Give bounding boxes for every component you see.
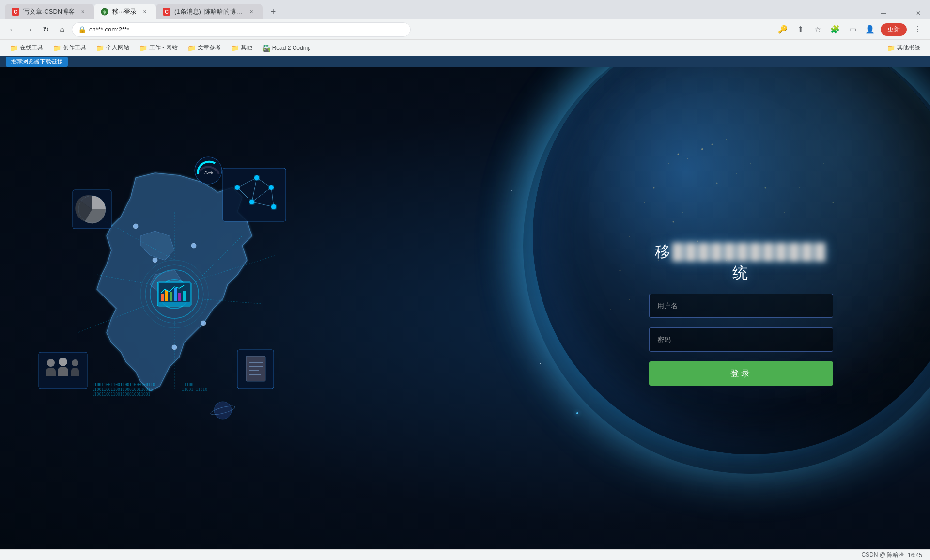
address-bar[interactable]: 🔒 ch***.com:2*** bbox=[72, 22, 411, 37]
svg-point-20 bbox=[620, 270, 621, 271]
tab-3-close[interactable]: × bbox=[247, 7, 256, 16]
svg-point-14 bbox=[629, 236, 630, 237]
minimize-button[interactable]: — bbox=[877, 9, 890, 17]
update-button[interactable]: 更新 bbox=[881, 23, 907, 36]
tab-2-close[interactable]: × bbox=[140, 7, 149, 16]
bookmark-label: Road 2 Coding bbox=[272, 45, 311, 51]
svg-point-75 bbox=[214, 402, 232, 419]
status-bar: CSDN @ 陈哈哈 16:45 bbox=[0, 549, 930, 560]
bookmark-article-ref[interactable]: 📁 文章参考 bbox=[184, 42, 225, 53]
password-input[interactable] bbox=[649, 327, 833, 352]
nav-right-buttons: 🔑 ⬆ ☆ 🧩 ▭ 👤 更新 ⋮ bbox=[776, 23, 924, 36]
svg-point-21 bbox=[799, 187, 800, 188]
address-text: ch***.com:2*** bbox=[89, 26, 404, 33]
svg-rect-70 bbox=[246, 356, 265, 381]
menu-icon[interactable]: ⋮ bbox=[911, 23, 924, 36]
bookmark-personal-site[interactable]: 📁 个人网站 bbox=[92, 42, 133, 53]
svg-point-3 bbox=[668, 163, 669, 164]
folder-icon: 📁 bbox=[187, 44, 196, 52]
svg-point-1 bbox=[678, 154, 679, 155]
svg-point-81 bbox=[201, 321, 206, 326]
bookmark-label: 文章参考 bbox=[198, 44, 221, 52]
svg-rect-36 bbox=[170, 292, 172, 301]
bookmark-online-tools[interactable]: 📁 在线工具 bbox=[6, 42, 47, 53]
new-tab-button[interactable]: + bbox=[265, 4, 281, 19]
svg-point-68 bbox=[72, 359, 78, 366]
svg-point-11 bbox=[682, 212, 683, 213]
maximize-button[interactable]: ☐ bbox=[894, 9, 908, 17]
map-area: 75% bbox=[0, 67, 363, 560]
home-button[interactable]: ⌂ bbox=[55, 23, 69, 36]
svg-point-66 bbox=[47, 359, 55, 367]
tab-3-title: (1条消息)_陈哈哈的博客_CSDN bbox=[174, 7, 243, 16]
svg-point-79 bbox=[191, 243, 196, 248]
svg-point-24 bbox=[610, 309, 611, 310]
username-input[interactable] bbox=[649, 294, 833, 318]
svg-point-23 bbox=[833, 202, 834, 203]
info-bar: 推荐浏览器下载链接 bbox=[0, 56, 930, 67]
svg-text:1100: 1100 bbox=[184, 383, 193, 387]
tab-2-favicon bbox=[101, 8, 108, 16]
extension-icon[interactable]: 🧩 bbox=[828, 23, 842, 36]
svg-text:11001 11010: 11001 11010 bbox=[182, 388, 207, 392]
tab-2-title: 移···登录 bbox=[112, 7, 137, 16]
folder-icon: 📁 bbox=[96, 44, 104, 52]
tab-3[interactable]: C (1条消息)_陈哈哈的博客_CSDN × bbox=[156, 4, 263, 19]
bookmark-label: 工作 - 网站 bbox=[149, 44, 178, 52]
bookmark-road2coding[interactable]: 🛣️ Road 2 Coding bbox=[258, 43, 315, 53]
bookmark-work-website[interactable]: 📁 工作 - 网站 bbox=[135, 42, 182, 53]
bookmark-label: 创作工具 bbox=[63, 44, 86, 52]
svg-point-2 bbox=[687, 158, 688, 159]
title-bar: C 写文章-CSDN博客 × 移···登录 × C (1条消息)_陈哈哈的博客_… bbox=[0, 0, 930, 19]
page-content: 75% bbox=[0, 67, 930, 560]
tab-1[interactable]: C 写文章-CSDN博客 × bbox=[5, 4, 94, 19]
svg-point-25 bbox=[629, 299, 630, 300]
svg-point-78 bbox=[153, 258, 157, 263]
login-title: 移████████████统 bbox=[649, 241, 833, 284]
svg-point-58 bbox=[235, 185, 240, 190]
bookmark-other[interactable]: 📁 其他 bbox=[227, 42, 256, 53]
svg-point-9 bbox=[736, 173, 737, 174]
svg-point-61 bbox=[249, 200, 254, 204]
tab-2[interactable]: 移···登录 × bbox=[94, 4, 156, 19]
svg-point-62 bbox=[271, 204, 276, 209]
refresh-button[interactable]: ↻ bbox=[39, 23, 52, 36]
split-view-icon[interactable]: ▭ bbox=[846, 23, 859, 36]
svg-point-4 bbox=[701, 148, 703, 150]
folder-icon: 📁 bbox=[10, 44, 18, 52]
svg-point-67 bbox=[59, 358, 67, 366]
svg-text:110011001100110011000100110: 110011001100110011000100110 bbox=[92, 383, 155, 387]
svg-point-6 bbox=[726, 139, 727, 140]
svg-text:75%: 75% bbox=[204, 170, 213, 175]
svg-point-16 bbox=[775, 154, 775, 155]
svg-point-10 bbox=[716, 183, 718, 184]
folder-icon: 📁 bbox=[887, 44, 895, 52]
download-link-button[interactable]: 推荐浏览器下载链接 bbox=[6, 57, 68, 67]
svg-rect-34 bbox=[161, 294, 164, 301]
title-blurred: ████████████ bbox=[672, 243, 827, 261]
svg-point-60 bbox=[269, 185, 274, 190]
browser-chrome: C 写文章-CSDN博客 × 移···登录 × C (1条消息)_陈哈哈的博客_… bbox=[0, 0, 930, 56]
tab-1-close[interactable]: × bbox=[78, 7, 87, 16]
svg-point-7 bbox=[653, 187, 655, 189]
login-button[interactable]: 登录 bbox=[649, 361, 833, 386]
key-icon[interactable]: 🔑 bbox=[776, 23, 790, 36]
bookmark-label: 在线工具 bbox=[20, 44, 43, 52]
share-icon[interactable]: ⬆ bbox=[793, 23, 807, 36]
svg-text:11001100110011000100110011: 11001100110011000100110011 bbox=[92, 388, 153, 392]
star-icon[interactable]: ☆ bbox=[811, 23, 824, 36]
profile-icon[interactable]: 👤 bbox=[863, 23, 877, 36]
bookmark-other-bookmarks[interactable]: 📁 其他书签 bbox=[883, 42, 924, 53]
bookmarks-bar: 📁 在线工具 📁 创作工具 📁 个人网站 📁 工作 - 网站 📁 文章参考 📁 … bbox=[0, 40, 930, 56]
back-button[interactable]: ← bbox=[6, 23, 19, 36]
svg-point-22 bbox=[823, 163, 824, 164]
close-button[interactable]: ✕ bbox=[912, 9, 925, 17]
bookmark-label: 其他 bbox=[241, 44, 252, 52]
svg-text:1100110011001100010011001: 1100110011001100010011001 bbox=[92, 392, 151, 397]
window-controls: — ☐ ✕ bbox=[877, 9, 925, 17]
login-panel: 移████████████统 登录 bbox=[649, 241, 833, 386]
folder-icon: 📁 bbox=[53, 44, 61, 52]
svg-point-80 bbox=[172, 345, 177, 350]
forward-button[interactable]: → bbox=[22, 23, 36, 36]
bookmark-creation-tools[interactable]: 📁 创作工具 bbox=[49, 42, 90, 53]
